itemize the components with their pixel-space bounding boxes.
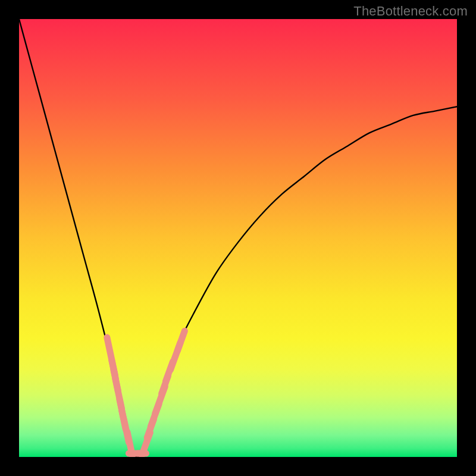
gradient-background [19,19,457,457]
watermark-text: TheBottleneck.com [353,4,468,19]
chart-frame: TheBottleneck.com [0,0,476,476]
plot-area [19,19,457,457]
plot-svg [19,19,457,457]
